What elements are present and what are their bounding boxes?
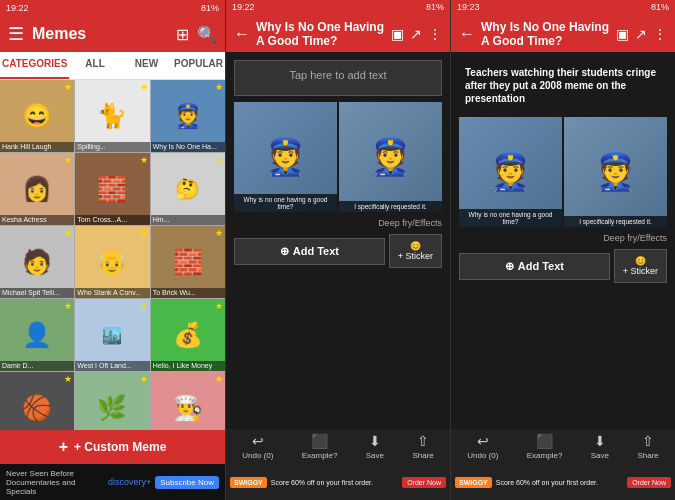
crop-icon-2[interactable]: ▣ bbox=[391, 26, 404, 42]
save-icon-3: ⬇ bbox=[594, 433, 606, 449]
editor-title-3: Why Is No One Having A Good Time? bbox=[481, 20, 610, 49]
battery-3: 81% bbox=[651, 2, 669, 14]
sticker-button-2[interactable]: 😊 + Sticker bbox=[389, 234, 442, 268]
save-button-2[interactable]: ⬇ Save bbox=[366, 433, 384, 460]
meme-cell[interactable]: 🌿 Yes, Very Sad. Any... ★ bbox=[75, 372, 149, 430]
ad-text-1: Never Seen Before Documentaries and Spec… bbox=[6, 469, 104, 496]
discovery-brand: discovery+ bbox=[108, 477, 151, 487]
save-button-3[interactable]: ⬇ Save bbox=[591, 433, 609, 460]
meme-cell[interactable]: 🤔 Hm... ★ bbox=[151, 153, 225, 225]
sticker-icon-3: 😊 bbox=[635, 256, 646, 266]
search-icon[interactable]: 🔍 bbox=[197, 25, 217, 44]
more-icon-3[interactable]: ⋮ bbox=[653, 26, 667, 42]
sticker-icon-2: 😊 bbox=[410, 241, 421, 251]
custom-meme-label: + Custom Meme bbox=[74, 440, 166, 454]
example-button-3[interactable]: ⬛ Example? bbox=[527, 433, 563, 460]
meme-cell[interactable]: 🧑 Michael Spit Telli... ★ bbox=[0, 226, 74, 298]
meme-editor-panel-3: 19:23 81% ← Why Is No One Having A Good … bbox=[450, 0, 675, 500]
undo-icon-3: ↩ bbox=[477, 433, 489, 449]
time-3: 19:23 bbox=[457, 2, 480, 14]
share-icon-2[interactable]: ↗ bbox=[410, 26, 422, 42]
share-button-3[interactable]: ⇧ Share bbox=[637, 433, 658, 460]
status-bar-1: 19:22 81% bbox=[0, 0, 225, 16]
caption-left-3: Why is no one having a good time? bbox=[459, 209, 562, 227]
image-left-2[interactable]: 👮 Why is no one having a good time? bbox=[234, 102, 337, 212]
meme-image-area-2: 👮 Why is no one having a good time? 👮 I … bbox=[234, 102, 442, 212]
officer-figure-left-2: 👮 bbox=[263, 136, 308, 178]
back-icon-2[interactable]: ← bbox=[234, 25, 250, 43]
caption-right-2: I specifically requested it. bbox=[339, 201, 442, 212]
officer-figure-right-3: 👮 bbox=[593, 151, 638, 193]
caption-right-3: I specifically requested it. bbox=[564, 216, 667, 227]
meme-cell[interactable]: 🏙️ West I Oft Land... ★ bbox=[75, 299, 149, 371]
share-icon-3[interactable]: ↗ bbox=[635, 26, 647, 42]
meme-cell[interactable]: 🧱 To Brick Wu... ★ bbox=[151, 226, 225, 298]
meme-cell[interactable]: 👴 Who Stank A Conv... ★ bbox=[75, 226, 149, 298]
top-text-input-2[interactable]: Tap here to add text bbox=[234, 60, 442, 96]
ad-text-2: Score 60% off on your first order. bbox=[271, 479, 398, 486]
time-2: 19:22 bbox=[232, 2, 255, 14]
image-left-3[interactable]: 👮 Why is no one having a good time? bbox=[459, 117, 562, 227]
meme-image-area-3: 👮 Why is no one having a good time? 👮 I … bbox=[459, 117, 667, 227]
subscribe-button[interactable]: Subscribe Now bbox=[155, 476, 219, 489]
bottom-ad-3: SWIGGY Score 60% off on your first order… bbox=[451, 464, 675, 500]
example-icon-3: ⬛ bbox=[536, 433, 553, 449]
meme-cell[interactable]: 🧱 Tom Cross...A... ★ bbox=[75, 153, 149, 225]
back-icon-3[interactable]: ← bbox=[459, 25, 475, 43]
swiggy-brand-3: SWIGGY bbox=[455, 477, 492, 488]
ad-text-3: Score 60% off on your first order. bbox=[496, 479, 623, 486]
sticker-button-3[interactable]: 😊 + Sticker bbox=[614, 249, 667, 283]
custom-meme-button[interactable]: + + Custom Meme bbox=[0, 430, 225, 464]
deep-fry-label-3: Deep fry/Effects bbox=[459, 233, 667, 243]
undo-button-2[interactable]: ↩ Undo (0) bbox=[242, 433, 273, 460]
tab-new[interactable]: NEW bbox=[121, 52, 172, 79]
bottom-ad-2: SWIGGY Score 60% off on your first order… bbox=[226, 464, 450, 500]
swiggy-brand-2: SWIGGY bbox=[230, 477, 267, 488]
meme-grid: 😄 Hank Hill Laugh ★ 🐈 Spilling... ★ 👮 Wh… bbox=[0, 80, 225, 430]
share-button-2[interactable]: ⇧ Share bbox=[412, 433, 433, 460]
officer-figure-right-2: 👮 bbox=[368, 136, 413, 178]
bottom-ad-1: Never Seen Before Documentaries and Spec… bbox=[0, 464, 225, 500]
meme-cell[interactable]: 😄 Hank Hill Laugh ★ bbox=[0, 80, 74, 152]
add-text-button-3[interactable]: ⊕ Add Text bbox=[459, 253, 610, 280]
tab-all[interactable]: ALL bbox=[69, 52, 120, 79]
toolbar-1: ☰ Memes ⊞ 🔍 bbox=[0, 16, 225, 52]
editor-title-2: Why Is No One Having A Good Time? bbox=[256, 20, 385, 49]
meme-cell[interactable]: 👮 Why Is No One Ha... ★ bbox=[151, 80, 225, 152]
meme-cell[interactable]: 👤 Damir D... ★ bbox=[0, 299, 74, 371]
meme-cell[interactable]: 🐈 Spilling... ★ bbox=[75, 80, 149, 152]
meme-cell[interactable]: 👨‍🍳 Cheffins Pulling Sa... ★ bbox=[151, 372, 225, 430]
undo-button-3[interactable]: ↩ Undo (0) bbox=[467, 433, 498, 460]
officer-figure-left-3: 👮 bbox=[488, 151, 533, 193]
meme-label: Hank Hill Laugh bbox=[0, 142, 74, 152]
image-right-2[interactable]: 👮 I specifically requested it. bbox=[339, 102, 442, 212]
meme-cell[interactable]: 👩 Kesha Actress ★ bbox=[0, 153, 74, 225]
app-title: Memes bbox=[32, 25, 168, 43]
action-row-2: ↩ Undo (0) ⬛ Example? ⬇ Save ⇧ Share bbox=[226, 429, 450, 464]
status-bar-2: 19:22 81% bbox=[226, 0, 450, 16]
plus-circle-icon-3: ⊕ bbox=[505, 260, 514, 273]
image-right-3[interactable]: 👮 I specifically requested it. bbox=[564, 117, 667, 227]
meme-editor-panel-2: 19:22 81% ← Why Is No One Having A Good … bbox=[225, 0, 450, 500]
tab-categories[interactable]: CATEGORIES bbox=[0, 52, 69, 79]
plus-circle-icon-2: ⊕ bbox=[280, 245, 289, 258]
editor-content-2: Tap here to add text 👮 Why is no one hav… bbox=[226, 52, 450, 429]
order-button-2[interactable]: Order Now bbox=[402, 477, 446, 488]
example-icon-2: ⬛ bbox=[311, 433, 328, 449]
battery-1: 81% bbox=[201, 3, 219, 13]
crop-icon-3[interactable]: ▣ bbox=[616, 26, 629, 42]
menu-icon[interactable]: ☰ bbox=[8, 23, 24, 45]
category-tabs: CATEGORIES ALL NEW POPULAR bbox=[0, 52, 225, 80]
undo-icon-2: ↩ bbox=[252, 433, 264, 449]
meme-cell[interactable]: 🏀 P.J. Tucker's quin... ★ bbox=[0, 372, 74, 430]
editor-toolbar-2: ← Why Is No One Having A Good Time? ▣ ↗ … bbox=[226, 16, 450, 52]
tab-popular[interactable]: POPULAR bbox=[172, 52, 225, 79]
list-icon[interactable]: ⊞ bbox=[176, 25, 189, 44]
meme-cell[interactable]: 💰 Hello, I Like Money ★ bbox=[151, 299, 225, 371]
order-button-3[interactable]: Order Now bbox=[627, 477, 671, 488]
share-icon-btn-2: ⇧ bbox=[417, 433, 429, 449]
add-text-button-2[interactable]: ⊕ Add Text bbox=[234, 238, 385, 265]
deep-fry-label-2: Deep fry/Effects bbox=[234, 218, 442, 228]
example-button-2[interactable]: ⬛ Example? bbox=[302, 433, 338, 460]
more-icon-2[interactable]: ⋮ bbox=[428, 26, 442, 42]
